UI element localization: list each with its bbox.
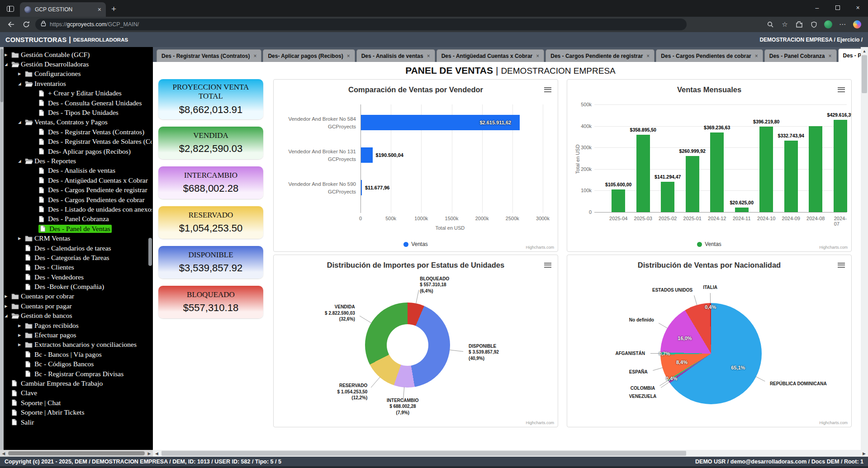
column[interactable]	[759, 127, 773, 212]
tab-close-icon[interactable]: ×	[253, 53, 256, 59]
back-icon[interactable]	[5, 19, 17, 30]
highcharts-credit[interactable]: Highcharts.com	[526, 421, 554, 425]
scroll-left-icon[interactable]: ◀	[0, 451, 7, 456]
profile-avatar-icon[interactable]	[822, 19, 835, 30]
tab-des-cargos-pendientes-de-cobrar[interactable]: Des - Cargos Pendientes de cobrar×	[656, 49, 763, 62]
sidebar-item[interactable]: ▶Configuraciones	[5, 69, 152, 79]
highcharts-credit[interactable]: Highcharts.com	[819, 421, 848, 425]
tab-des-registrar-ventas-contratos-[interactable]: Des - Registrar Ventas (Contratos)×	[157, 49, 261, 62]
tab-close-icon[interactable]: ×	[427, 53, 430, 59]
sidebar-item[interactable]: ▶Gestión Contable (GCF)	[5, 50, 152, 59]
sidebar-item[interactable]: Des - Cargos Pendiente de registrar	[5, 185, 152, 194]
column[interactable]	[784, 141, 798, 212]
bar[interactable]	[361, 147, 373, 163]
sidebar-item[interactable]: Des - Categorías de Tareas	[5, 253, 152, 262]
sidebar-item[interactable]: Des - Listado de unidades con anexos	[5, 204, 152, 214]
column[interactable]	[686, 156, 699, 212]
minimize-icon[interactable]: –	[807, 0, 827, 15]
sidebar-item[interactable]: Cambiar Empresa de Trabajo	[5, 378, 152, 388]
tab-close-icon[interactable]: ×	[347, 53, 350, 59]
sidebar-item[interactable]: Des - Registrar Ventas (Contratos)	[5, 127, 152, 137]
sidebar-item[interactable]: Des - Vendedores	[5, 272, 152, 282]
sidebar-item[interactable]: ▶Efectuar pagos	[5, 330, 152, 340]
address-bar[interactable]: https://gcproyects.com/GCP_MAIN/	[35, 19, 687, 30]
collapsed-arrow-icon[interactable]: ▶	[5, 52, 11, 57]
scroll-right-icon[interactable]: ▶	[146, 451, 153, 456]
new-tab-icon[interactable]: +	[111, 4, 116, 14]
tab-des-cargos-pendiente-de-registrar[interactable]: Des - Cargos Pendiente de registrar×	[545, 49, 655, 62]
tab-close-icon[interactable]: ×	[536, 53, 539, 59]
sidebar-item[interactable]: ◢Gestion de bancos	[5, 311, 152, 321]
tab-des-analisis-de-ventas[interactable]: Des - Analisis de ventas×	[356, 49, 435, 62]
column[interactable]	[735, 208, 749, 212]
browser-essentials-icon[interactable]	[807, 19, 820, 30]
tab-close-icon[interactable]: ×	[828, 53, 831, 59]
expanded-arrow-icon[interactable]: ◢	[18, 81, 25, 86]
tab-layout-icon[interactable]	[4, 2, 17, 15]
expanded-arrow-icon[interactable]: ◢	[18, 120, 25, 124]
sidebar-item[interactable]: Des - Consulta General Unidades	[5, 98, 152, 108]
tab-close-icon[interactable]: ×	[646, 53, 650, 59]
tab-close-icon[interactable]: ×	[98, 6, 101, 13]
sidebar-horizontal-scrollbar[interactable]: ◀ ▶	[0, 450, 153, 457]
search-icon[interactable]	[764, 19, 777, 30]
sidebar-item[interactable]: Clave	[5, 388, 152, 398]
sidebar-item[interactable]: Des - Cargos Pendientes de cobrar	[5, 195, 152, 204]
collapsed-arrow-icon[interactable]: ▶	[18, 342, 25, 347]
column[interactable]	[809, 126, 822, 212]
sidebar-item[interactable]: Des -Broker (Compañia)	[5, 282, 152, 291]
main-horizontal-scrollbar[interactable]: ◀ ▶	[153, 450, 868, 457]
scrollbar-thumb[interactable]	[161, 451, 686, 456]
tab-des-panel-cobranza[interactable]: Des - Panel Cobranza×	[764, 49, 837, 62]
sidebar-item[interactable]: Des - Panel Cobranza	[5, 214, 152, 224]
sidebar-item-selected[interactable]: Des - Panel de Ventas	[5, 224, 152, 233]
sidebar-item[interactable]: ◢Inventarios	[5, 79, 152, 88]
collapsed-arrow-icon[interactable]: ▶	[18, 236, 25, 241]
collapsed-arrow-icon[interactable]: ▶	[18, 333, 25, 337]
close-window-icon[interactable]: ×	[848, 0, 868, 15]
column[interactable]	[661, 182, 674, 212]
expanded-arrow-icon[interactable]: ◢	[5, 62, 11, 66]
settings-ellipsis-icon[interactable]: ⋯	[836, 19, 849, 30]
sidebar-item[interactable]: Des - Registrar Ventas de Solares (Contr…	[5, 137, 152, 147]
tab-des-antig-edad-cuentas-x-cobrar[interactable]: Des - Antigüedad Cuentas x Cobrar×	[436, 49, 545, 62]
sidebar-item[interactable]: Des - Analisis de ventas	[5, 166, 152, 175]
column[interactable]	[636, 135, 650, 212]
browser-tab[interactable]: GCP GESTION ×	[20, 2, 106, 17]
column[interactable]	[612, 189, 625, 212]
copilot-icon[interactable]	[851, 19, 863, 30]
sidebar-item[interactable]: Bc - Códigos Bancos	[5, 359, 152, 369]
column[interactable]	[834, 120, 847, 212]
sidebar-item[interactable]: Des- Aplicar pagos (Recibos)	[5, 147, 152, 156]
sidebar-item[interactable]: Des - Tipos De Unidades	[5, 108, 152, 117]
scroll-left-icon[interactable]: ◀	[153, 451, 161, 456]
highcharts-credit[interactable]: Highcharts.com	[819, 245, 848, 250]
favorites-star-icon[interactable]: ☆	[778, 19, 791, 30]
collapsed-arrow-icon[interactable]: ▶	[18, 323, 25, 328]
collapsed-arrow-icon[interactable]: ▶	[5, 304, 11, 308]
sidebar-item[interactable]: Des - Antigüedad Cuentas x Cobrar	[5, 175, 152, 185]
sidebar-item[interactable]: + Crear y Editar Unidades	[5, 89, 152, 98]
scroll-right-icon[interactable]: ▶	[860, 451, 868, 456]
sidebar-item[interactable]: ◢Ventas, Contratos y Pagos	[5, 118, 152, 127]
sidebar-item[interactable]: Des - Clientes	[5, 263, 152, 272]
maximize-icon[interactable]	[827, 0, 848, 15]
sidebar-item[interactable]: ◢Gestión Desarrolladoras	[5, 59, 152, 69]
sidebar-scrollbar-thumb[interactable]	[148, 238, 152, 266]
sidebar-item[interactable]: Soporte | Chat	[5, 398, 152, 407]
sidebar-item[interactable]: Bc - Bancos | Vía pagos	[5, 350, 152, 359]
column[interactable]	[710, 132, 724, 212]
highcharts-credit[interactable]: Highcharts.com	[526, 245, 554, 250]
tab-close-icon[interactable]: ×	[755, 53, 758, 59]
expanded-arrow-icon[interactable]: ◢	[18, 159, 25, 163]
chart-legend[interactable]: Ventas	[567, 241, 851, 247]
scrollbar-thumb[interactable]	[8, 451, 145, 455]
collapsed-arrow-icon[interactable]: ▶	[18, 71, 25, 76]
scrollbar-thumb[interactable]	[862, 55, 867, 93]
sidebar-item[interactable]: Des - Calendarios de tareas	[5, 243, 152, 253]
sidebar-item[interactable]: ▶Cuentas por cobrar	[5, 292, 152, 301]
chart-legend[interactable]: Ventas	[274, 241, 558, 247]
sidebar-item[interactable]: Salir	[5, 417, 152, 427]
scroll-up-icon[interactable]: ▲	[861, 47, 868, 53]
sidebar-vertical-scrollbar[interactable]	[0, 47, 4, 450]
